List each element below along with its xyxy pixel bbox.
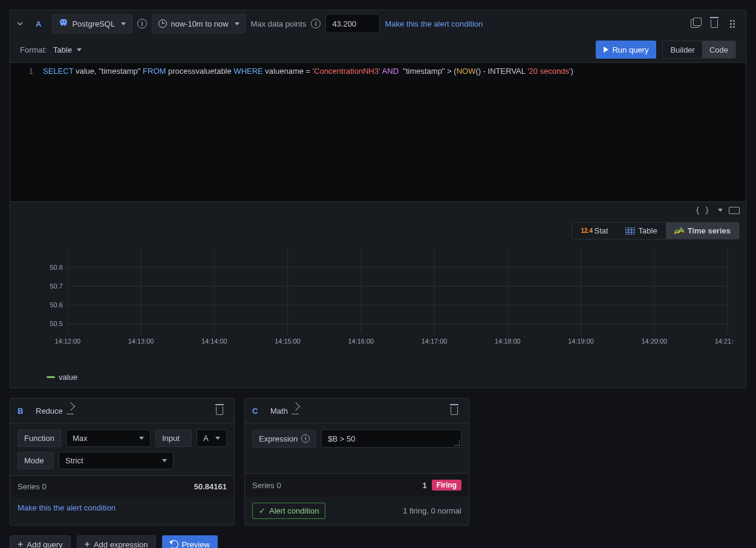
series-label: Series 0 [18, 482, 47, 491]
svg-text:14:13:00: 14:13:00 [128, 338, 154, 345]
pencil-icon [292, 407, 299, 414]
viz-tab-timeseries[interactable]: Time series [666, 223, 739, 239]
expression-ref-label: C [252, 406, 264, 416]
expression-b-header: B Reduce [10, 399, 234, 423]
max-data-points-info-icon[interactable]: i [311, 19, 321, 28]
expression-type-button[interactable]: Math [270, 406, 299, 416]
run-query-button[interactable]: Run query [596, 41, 656, 59]
svg-text:14:17:00: 14:17:00 [422, 338, 448, 345]
firing-badge: Firing [432, 480, 461, 491]
add-expression-button[interactable]: + Add expression [77, 535, 156, 548]
alert-condition-badge: ✓ Alert condition [252, 503, 325, 519]
expression-input[interactable]: $B > 50 [321, 429, 461, 448]
expression-b-result: Series 0 50.84161 [10, 475, 234, 497]
add-query-button[interactable]: + Add query [10, 535, 71, 548]
svg-text:14:21:00: 14:21:00 [715, 338, 734, 345]
drag-handle[interactable] [726, 16, 741, 31]
delete-query-button[interactable] [707, 16, 722, 31]
svg-text:14:16:00: 14:16:00 [348, 338, 374, 345]
builder-tab[interactable]: Builder [663, 41, 702, 58]
stat-icon: 12.4 [581, 227, 590, 235]
collapse-icon[interactable] [15, 19, 25, 28]
postgresql-icon [59, 19, 68, 28]
series-value: 50.84161 [194, 482, 227, 491]
format-row: Format: Table Run query Builder Code [10, 37, 746, 62]
svg-text:14:20:00: 14:20:00 [641, 338, 667, 345]
delete-expression-button[interactable] [447, 403, 461, 418]
expression-ref-label: B [18, 406, 30, 416]
legend-label: value [59, 373, 77, 382]
sql-code: SELECT value, "timestamp" FROM processva… [39, 63, 573, 201]
svg-text:14:19:00: 14:19:00 [568, 338, 594, 345]
datasource-picker[interactable]: PostgreSQL [52, 14, 132, 33]
viz-tab-table[interactable]: Table [617, 223, 666, 239]
svg-text:14:15:00: 14:15:00 [275, 338, 301, 345]
datasource-info-icon[interactable]: i [137, 19, 147, 28]
function-select[interactable]: Max [66, 429, 151, 447]
preview-button[interactable]: Preview [162, 535, 218, 548]
svg-text:50.7: 50.7 [50, 282, 63, 290]
refresh-icon [170, 540, 178, 548]
line-number: 1 [10, 63, 39, 201]
bottom-button-row: + Add query + Add expression Preview [10, 535, 746, 548]
table-icon [625, 227, 635, 235]
svg-rect-2 [625, 227, 635, 235]
sql-editor[interactable]: 1 SELECT value, "timestamp" FROM process… [10, 62, 746, 201]
visualization-tabs: 12.4 Stat Table Time series [10, 218, 746, 240]
expression-type-button[interactable]: Reduce [36, 406, 74, 416]
chevron-down-icon [121, 22, 126, 25]
svg-text:14:18:00: 14:18:00 [495, 338, 521, 345]
expression-c-card: C Math Expression i $B > 50 [244, 398, 469, 526]
series-label: Series 0 [252, 481, 281, 490]
datasource-name: PostgreSQL [72, 19, 115, 28]
svg-text:50.6: 50.6 [50, 301, 63, 308]
copy-icon [691, 19, 699, 28]
time-series-chart: 50.550.650.750.814:12:0014:13:0014:14:00… [10, 240, 746, 373]
check-icon: ✓ [259, 506, 266, 515]
chevron-down-icon [215, 437, 220, 440]
legend: value [10, 373, 746, 388]
viz-tab-stat[interactable]: 12.4 Stat [572, 223, 616, 239]
firing-summary: 1 firing, 0 normal [403, 506, 461, 515]
format-select[interactable]: Table [53, 45, 82, 54]
clock-icon [158, 19, 167, 28]
expression-label: Expression i [252, 430, 316, 448]
expression-c-result: Series 0 1 Firing [245, 473, 469, 497]
svg-text:14:12:00: 14:12:00 [54, 338, 80, 345]
query-ref-label: A [30, 19, 47, 28]
input-select[interactable]: A [197, 429, 227, 447]
chevron-down-icon [162, 459, 167, 462]
svg-text:50.8: 50.8 [50, 264, 63, 271]
max-data-points-input[interactable]: 43.200 [325, 14, 380, 33]
run-query-label: Run query [612, 45, 648, 54]
play-icon [604, 47, 608, 53]
make-alert-condition-link[interactable]: Make this the alert condition [18, 503, 116, 512]
delete-expression-button[interactable] [212, 403, 227, 418]
svg-text:14:14:00: 14:14:00 [201, 338, 227, 345]
max-data-points-label: Max data points [251, 19, 307, 28]
svg-text:50.5: 50.5 [50, 320, 63, 327]
info-icon[interactable]: i [301, 434, 310, 443]
make-alert-condition-link[interactable]: Make this the alert condition [385, 19, 483, 28]
pencil-icon [67, 407, 74, 414]
mode-label: Mode [18, 452, 54, 469]
timeseries-icon [674, 227, 684, 235]
input-label: Input [155, 429, 192, 447]
chevron-down-icon [77, 48, 82, 51]
series-value: 1 [422, 481, 426, 490]
copy-query-button[interactable] [688, 16, 702, 31]
brackets-icon[interactable]: { } [696, 206, 709, 215]
time-range-value: now-10m to now [171, 19, 228, 28]
code-tab[interactable]: Code [702, 41, 735, 58]
expression-b-card: B Reduce Function Max Input A [10, 398, 235, 526]
chevron-down-icon[interactable] [718, 209, 723, 212]
legend-swatch [47, 376, 55, 378]
trash-icon [451, 406, 458, 415]
function-label: Function [18, 429, 61, 447]
chevron-down-icon [235, 22, 240, 25]
trash-icon [216, 406, 223, 415]
chevron-down-icon [139, 437, 144, 440]
keyboard-icon[interactable] [729, 207, 740, 214]
mode-select[interactable]: Strict [59, 452, 174, 469]
time-range-picker[interactable]: now-10m to now [152, 14, 246, 33]
